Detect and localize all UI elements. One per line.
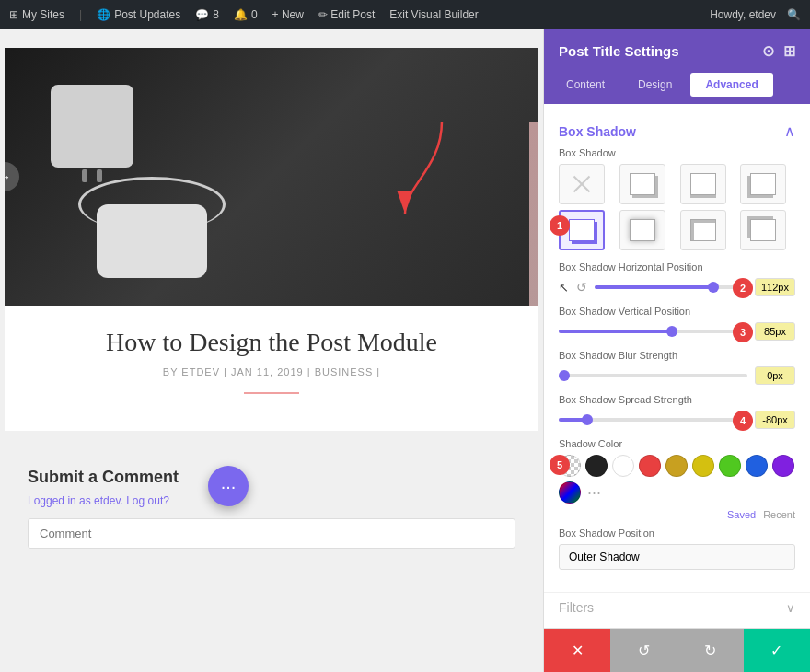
section-collapse-icon[interactable]: ∧: [784, 122, 795, 140]
post-image: ↔: [5, 48, 538, 306]
post-meta: BY ETDEV | JAN 11, 2019 | BUSINESS |: [5, 366, 538, 392]
color-saved-label[interactable]: Saved: [727, 509, 756, 520]
comment-input[interactable]: [28, 518, 515, 549]
box-shadow-section-header[interactable]: Box Shadow ∧: [544, 115, 810, 147]
shadow-preview-bottom: [690, 173, 716, 195]
annotation-badge-4: 4: [733, 411, 753, 431]
color-swatch-black[interactable]: [585, 455, 608, 477]
save-button[interactable]: ✓: [744, 629, 810, 672]
tab-design[interactable]: Design: [623, 73, 687, 97]
filters-toggle-icon[interactable]: ∨: [786, 601, 795, 615]
panel-tabs: Content Design Advanced: [544, 73, 810, 104]
tab-content[interactable]: Content: [551, 73, 619, 97]
color-swatch-red[interactable]: [639, 455, 661, 477]
color-swatch-yellow[interactable]: [692, 455, 714, 477]
panel-header: Post Title Settings ⊙ ⊞: [544, 29, 810, 73]
spread-slider-fill: [559, 418, 587, 422]
color-swatch-row: ···: [559, 455, 795, 504]
shadow-option-bottom-right[interactable]: [619, 164, 665, 204]
redo-button[interactable]: ↻: [677, 629, 744, 672]
greeting-text: Howdy, etdev: [710, 8, 776, 21]
horizontal-value-box[interactable]: 112px: [755, 278, 795, 296]
shadow-option-bottom[interactable]: [680, 164, 726, 204]
comment-section: Submit a Comment Logged in as etdev. Log…: [0, 449, 543, 567]
spread-slider-row: -80px: [559, 411, 795, 429]
shadow-preview-bottom-right: [630, 173, 655, 195]
shadow-preview-center: [630, 219, 655, 241]
shadow-preview-corner: [750, 219, 776, 241]
blur-slider-track[interactable]: [559, 374, 747, 377]
vertical-slider-fill: [559, 330, 672, 333]
vertical-slider-track[interactable]: [559, 330, 747, 333]
shadow-option-corner[interactable]: [740, 210, 786, 250]
shadow-position-select[interactable]: Outer Shadow Inner Shadow: [559, 544, 795, 570]
earpod-case: [97, 204, 207, 278]
right-panel: Post Title Settings ⊙ ⊞ Content Design A…: [543, 29, 810, 672]
vertical-value-box[interactable]: 85px: [755, 322, 795, 341]
blur-slider-thumb[interactable]: [559, 370, 570, 381]
comment-section-title: Submit a Comment: [28, 468, 515, 487]
vertical-slider-thumb[interactable]: [666, 326, 677, 337]
filters-section-header[interactable]: Filters ∨: [544, 592, 810, 622]
horizontal-slider-row: ↖ ↺ 112px: [559, 278, 795, 296]
color-swatch-purple[interactable]: [772, 455, 794, 477]
panel-columns-icon[interactable]: ⊞: [783, 42, 795, 60]
undo-button[interactable]: ↺: [610, 629, 677, 672]
pink-bar: [529, 122, 538, 306]
shadow-preview-selected: [569, 219, 595, 241]
tab-advanced[interactable]: Advanced: [690, 73, 772, 97]
color-swatch-green[interactable]: [719, 455, 741, 477]
spread-slider-track[interactable]: [559, 418, 747, 422]
shadow-option-center[interactable]: [619, 210, 665, 250]
blur-value-box[interactable]: 0px: [755, 366, 795, 385]
fab-button[interactable]: ···: [208, 466, 249, 506]
annotation-badge-5: 5: [550, 455, 570, 475]
exit-vb-link[interactable]: Exit Visual Builder: [389, 8, 479, 21]
box-shadow-field-label: Box Shadow: [559, 147, 795, 158]
color-swatch-blue[interactable]: [746, 455, 768, 477]
color-more-button[interactable]: ···: [587, 483, 601, 503]
charger-illustration: [51, 85, 133, 168]
search-icon[interactable]: 🔍: [787, 8, 801, 21]
admin-bar: ⊞ My Sites | 🌐 Post Updates 💬 8 🔔 0 + Ne…: [0, 0, 810, 29]
blur-label: Box Shadow Blur Strength: [559, 350, 795, 361]
shadow-position-label: Box Shadow Position: [559, 527, 795, 539]
box-shadow-title: Box Shadow: [559, 124, 636, 139]
notifications-link[interactable]: 🔔 0: [234, 8, 258, 21]
spread-slider-thumb[interactable]: [582, 414, 593, 425]
comments-link[interactable]: 💬 8: [195, 8, 219, 21]
shadow-option-bottom-left[interactable]: [740, 164, 786, 204]
color-swatch-gradient[interactable]: [559, 481, 581, 504]
shadow-preview-bottom-left: [750, 173, 776, 195]
spread-value-box[interactable]: -80px: [755, 411, 795, 429]
vertical-slider-row: 85px: [559, 322, 795, 341]
filters-title: Filters: [559, 600, 594, 615]
reset-icon[interactable]: ↺: [576, 280, 587, 295]
shadow-option-inner[interactable]: [680, 210, 726, 250]
shadow-option-none[interactable]: [559, 164, 605, 204]
panel-settings-icon[interactable]: ⊙: [762, 42, 774, 60]
box-shadow-section: Box Shadow: [544, 147, 810, 592]
horizontal-cursor-icon: ↖: [559, 281, 569, 295]
comment-login[interactable]: Logged in as etdev. Log out?: [28, 494, 515, 507]
edit-post-link[interactable]: ✏ Edit Post: [318, 8, 375, 21]
post-divider: [244, 392, 299, 394]
wordpress-icon: 🌐: [97, 8, 110, 21]
horizontal-slider-fill: [595, 285, 713, 289]
horizontal-position-label: Box Shadow Horizontal Position: [559, 261, 795, 272]
annotation-badge-1: 1: [550, 215, 570, 236]
grid-icon: ⊞: [9, 8, 18, 21]
shadow-position-dropdown-row: Outer Shadow Inner Shadow: [559, 544, 795, 570]
new-link[interactable]: + New: [272, 8, 304, 21]
cancel-button[interactable]: ✕: [544, 629, 610, 672]
horizontal-slider-thumb[interactable]: [708, 282, 719, 293]
color-swatch-gold[interactable]: [665, 455, 688, 477]
page-content: ↔ How to Design the Post Module BY ETDEV…: [5, 48, 538, 431]
color-swatch-white[interactable]: [612, 455, 634, 477]
post-updates-link[interactable]: 🌐 Post Updates: [97, 8, 180, 21]
color-recent-label[interactable]: Recent: [763, 509, 795, 520]
annotation-badge-3: 3: [733, 322, 753, 342]
shadow-options-grid: [559, 164, 795, 250]
my-sites-link[interactable]: ⊞ My Sites: [9, 8, 64, 21]
horizontal-slider-track[interactable]: [595, 285, 747, 289]
